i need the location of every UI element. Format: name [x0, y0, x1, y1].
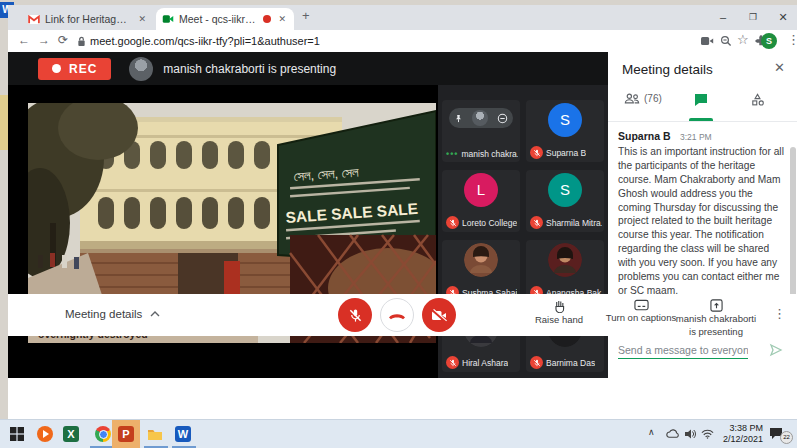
volume-icon[interactable]: [684, 428, 696, 440]
maximize-button[interactable]: ❐: [738, 5, 768, 30]
panel-divider: [608, 121, 797, 122]
present-icon: [710, 299, 723, 312]
pin-icon[interactable]: [454, 114, 463, 123]
participant-tile-loreto[interactable]: L Loreto College: [442, 170, 520, 232]
participant-tile-sharmila[interactable]: S Sharmila Mitra...: [526, 170, 604, 232]
tab-people[interactable]: (76): [624, 92, 662, 105]
browser-window: Link for Heritage Course - thisis ✕ Meet…: [8, 5, 797, 420]
new-tab-button[interactable]: +: [302, 8, 310, 23]
recording-badge: REC: [38, 58, 111, 80]
url-text[interactable]: meet.google.com/qcs-iikr-tfy?pli=1&authu…: [90, 35, 320, 47]
rec-label: REC: [69, 62, 97, 76]
avatar: S: [548, 173, 582, 207]
panel-title: Meeting details: [622, 62, 713, 77]
people-icon: [624, 92, 640, 105]
taskbar-clock[interactable]: 3:38 PM 2/12/2021: [723, 423, 763, 445]
close-button[interactable]: ✕: [768, 5, 797, 30]
avatar-photo: [464, 243, 498, 277]
windows-taskbar: X P W ∧ 3:38 PM 2/12/2021 22: [0, 419, 797, 448]
file-explorer-icon[interactable]: [146, 425, 164, 443]
tab-title: Link for Heritage Course - thisis: [45, 13, 131, 25]
send-icon[interactable]: [769, 343, 783, 357]
background-window-sliver: [0, 95, 8, 150]
refresh-icon[interactable]: ⟳: [58, 33, 68, 47]
word-icon[interactable]: W: [174, 425, 192, 443]
raise-hand-button[interactable]: Raise hand: [528, 299, 590, 326]
meeting-details-label: Meeting details: [65, 308, 142, 320]
clock-time: 3:38 PM: [723, 423, 763, 434]
presenter-avatar: [129, 57, 153, 81]
tab-heritage-link[interactable]: Link for Heritage Course - thisis ✕: [22, 8, 154, 30]
participant-video-thumb: [472, 110, 488, 126]
back-icon[interactable]: ←: [18, 33, 30, 47]
avatar: L: [464, 173, 498, 207]
chevron-up-icon: [150, 311, 160, 317]
start-button[interactable]: [8, 425, 26, 443]
onedrive-icon[interactable]: [666, 429, 679, 439]
chat-author: Suparna B: [618, 130, 671, 142]
meet-page: REC manish chakraborti is presenting: [8, 52, 797, 378]
remove-participant-icon[interactable]: [497, 113, 508, 124]
speaking-indicator: •••: [446, 149, 458, 159]
presenting-button[interactable]: manish chakraborti is presenting: [668, 299, 764, 338]
clock-date: 2/12/2021: [723, 434, 763, 445]
powerpoint-icon[interactable]: P: [117, 425, 135, 443]
tab-recording-dot: [263, 15, 271, 23]
raise-hand-label: Raise hand: [535, 315, 583, 326]
presenting-label-line1: manish chakraborti: [676, 314, 756, 325]
more-options-icon[interactable]: ⋮: [773, 306, 786, 321]
mic-off-button[interactable]: [338, 298, 372, 332]
lock-icon: [77, 36, 86, 47]
mic-off-badge: [530, 146, 543, 159]
bookmark-star-icon[interactable]: ☆: [737, 32, 749, 47]
people-count: (76): [644, 93, 662, 104]
tray-expand-icon[interactable]: ∧: [648, 427, 655, 437]
meet-icon: [162, 13, 174, 25]
captions-label: Turn on captions: [606, 313, 676, 324]
minimize-button[interactable]: –: [708, 5, 738, 30]
participant-tile-suparna[interactable]: S Suparna B: [526, 100, 604, 162]
tab-close-icon[interactable]: ✕: [136, 14, 148, 24]
wifi-icon[interactable]: [701, 429, 714, 439]
camera-in-use-icon[interactable]: [701, 36, 714, 46]
participant-tile-sushma[interactable]: Sushma Sahai: [442, 240, 520, 302]
notification-badge: 22: [780, 431, 793, 444]
gmail-icon: [28, 15, 40, 24]
meeting-details-toggle[interactable]: Meeting details: [65, 308, 160, 320]
chat-message: This is an important instruction for all…: [618, 145, 786, 298]
browser-menu-icon[interactable]: ⋮: [787, 32, 797, 47]
presenting-label-line2: is presenting: [689, 327, 743, 338]
tile-hover-controls[interactable]: [449, 108, 513, 128]
address-bar: ← → ⟳ meet.google.com/qcs-iikr-tfy?pli=1…: [8, 30, 797, 53]
presenting-banner: manish chakraborti is presenting: [163, 62, 336, 76]
forward-icon[interactable]: →: [38, 33, 50, 47]
chat-icon: [693, 92, 709, 108]
chat-input[interactable]: [618, 342, 748, 359]
zoom-icon[interactable]: [720, 35, 732, 47]
media-player-icon[interactable]: [36, 425, 54, 443]
profile-avatar[interactable]: S: [761, 33, 777, 49]
activities-icon: [750, 92, 765, 107]
camera-off-button[interactable]: [422, 298, 456, 332]
chat-timestamp: 3:21 PM: [680, 132, 712, 142]
tab-meet[interactable]: Meet - qcs-iikr-tfy ✕: [156, 8, 294, 30]
mic-off-badge: [530, 356, 543, 369]
mic-off-badge: [446, 356, 459, 369]
action-center-icon[interactable]: 22: [769, 426, 791, 442]
participant-tile-manish[interactable]: •••manish chakra...: [442, 100, 520, 162]
panel-scrollbar[interactable]: [790, 147, 796, 297]
tab-close-icon[interactable]: ✕: [276, 14, 288, 24]
meet-header: REC manish chakraborti is presenting: [8, 52, 608, 85]
tab-title: Meet - qcs-iikr-tfy: [179, 13, 258, 25]
mic-off-badge: [446, 216, 459, 229]
participant-tile-anangsha[interactable]: Anangsha Bak...: [526, 240, 604, 302]
tab-chat[interactable]: [693, 92, 709, 108]
chrome-icon[interactable]: [94, 425, 112, 443]
captions-icon: [634, 299, 649, 311]
panel-close-icon[interactable]: ✕: [774, 60, 785, 75]
tab-activities[interactable]: [750, 92, 765, 107]
excel-icon[interactable]: X: [62, 425, 80, 443]
avatar-photo: [548, 243, 582, 277]
hang-up-button[interactable]: [380, 298, 414, 332]
tab-strip: Link for Heritage Course - thisis ✕ Meet…: [8, 5, 797, 30]
